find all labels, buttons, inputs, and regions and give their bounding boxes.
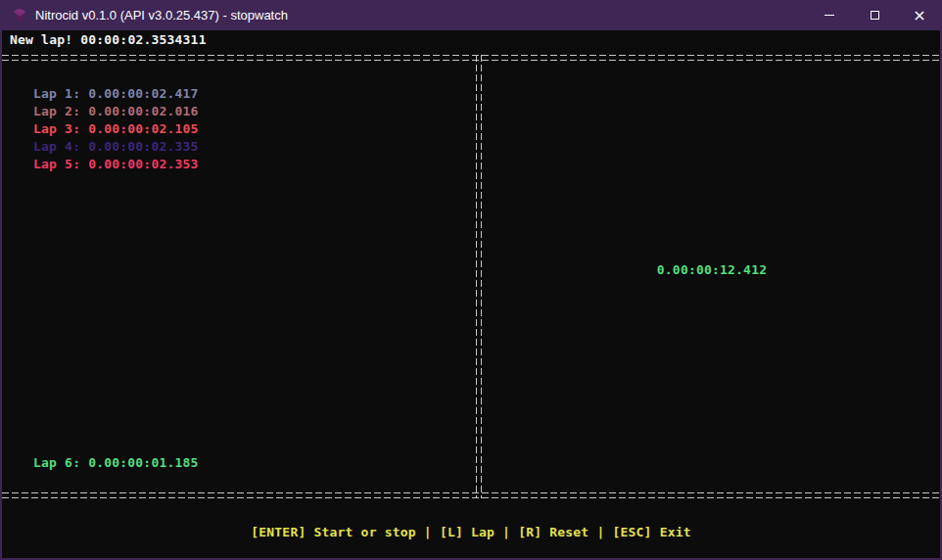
nitrocid-logo-icon — [12, 8, 27, 23]
terminal-window: Nitrocid v0.1.0 (API v3.0.25.437) - stop… — [0, 0, 942, 560]
close-icon: × — [913, 8, 925, 23]
lap-row: Lap 2: 0.00:00:02.016 — [33, 103, 199, 120]
keybar-hints: [ENTER] Start or stop | [L] Lap | [R] Re… — [2, 525, 940, 539]
lap-row: Lap 1: 0.00:00:02.417 — [33, 85, 199, 103]
minimize-button[interactable] — [807, 0, 852, 30]
lap-row: Lap 5: 0.00:00:02.353 — [33, 156, 199, 173]
window-title: Nitrocid v0.1.0 (API v3.0.25.437) - stop… — [35, 8, 288, 23]
maximize-button[interactable] — [852, 0, 897, 30]
status-message: New lap! 00:00:02.3534311 — [10, 32, 207, 47]
maximize-icon — [871, 11, 879, 20]
lap-row: Lap 3: 0.00:00:02.105 — [33, 120, 199, 138]
panel-top-border — [2, 55, 942, 61]
lap-row: Lap 4: 0.00:00:02.335 — [33, 138, 199, 156]
lap-list: Lap 1: 0.00:00:02.417Lap 2: 0.00:00:02.0… — [33, 85, 199, 173]
minimize-icon — [824, 15, 834, 16]
elapsed-time: 0.00:00:12.412 — [482, 262, 942, 277]
titlebar[interactable]: Nitrocid v0.1.0 (API v3.0.25.437) - stop… — [0, 0, 942, 30]
close-button[interactable]: × — [897, 0, 942, 30]
current-lap: Lap 6: 0.00:00:01.185 — [33, 455, 199, 470]
panel-bottom-border — [2, 492, 942, 498]
window-controls: × — [807, 0, 942, 30]
